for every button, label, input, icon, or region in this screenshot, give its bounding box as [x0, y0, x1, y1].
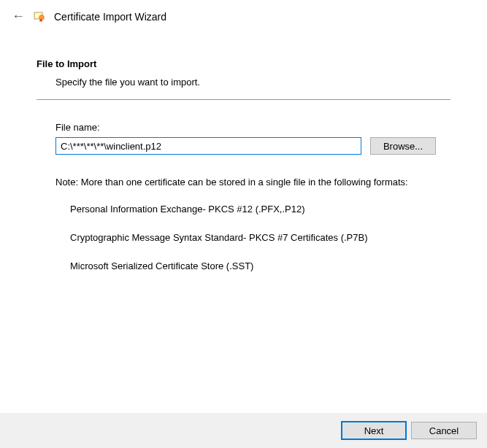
wizard-title: Certificate Import Wizard — [54, 11, 166, 23]
note-intro: Note: More than one certificate can be s… — [55, 177, 443, 188]
note-item: Cryptographic Message Syntax Standard- P… — [70, 232, 443, 243]
wizard-header: ← Certificate Import Wizard — [0, 0, 487, 33]
file-name-label: File name: — [55, 122, 443, 133]
certificate-icon — [34, 11, 45, 23]
divider — [37, 99, 450, 100]
cancel-button[interactable]: Cancel — [411, 422, 477, 439]
wizard-content: File to Import Specify the file you want… — [0, 33, 487, 271]
section-description: Specify the file you want to import. — [55, 77, 450, 88]
browse-button[interactable]: Browse... — [370, 137, 436, 155]
file-name-input[interactable] — [55, 137, 361, 155]
form-area: File name: Browse... Note: More than one… — [55, 122, 443, 271]
section-title: File to Import — [37, 58, 450, 69]
back-arrow-icon[interactable]: ← — [12, 9, 25, 24]
note-item: Personal Information Exchange- PKCS #12 … — [70, 204, 443, 215]
next-button[interactable]: Next — [341, 421, 407, 440]
file-input-row: Browse... — [55, 137, 443, 155]
wizard-footer: Next Cancel — [0, 413, 487, 448]
note-item: Microsoft Serialized Certificate Store (… — [70, 260, 443, 271]
